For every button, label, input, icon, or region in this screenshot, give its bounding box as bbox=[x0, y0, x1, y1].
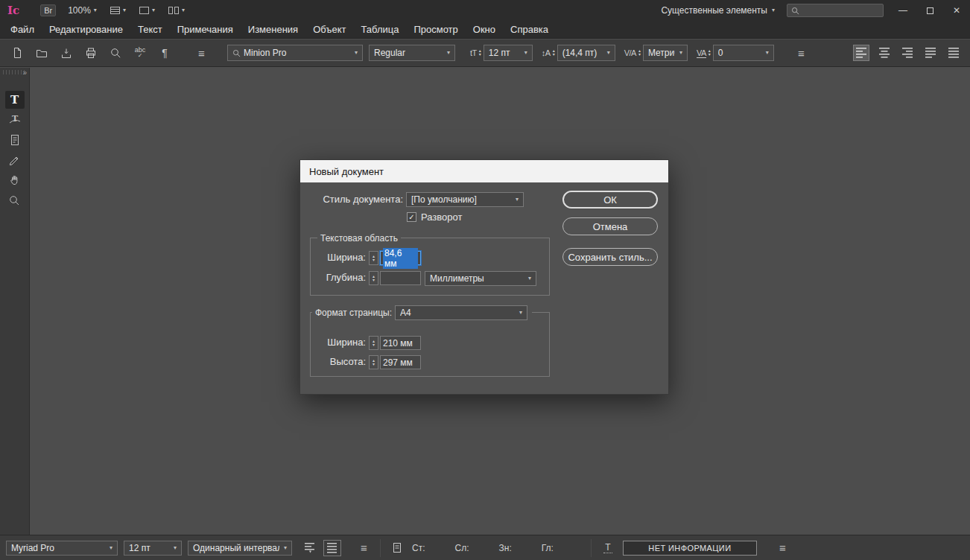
chevron-down-icon: ▾ bbox=[110, 545, 112, 551]
status-size-dropdown[interactable]: 12 пт ▾ bbox=[124, 541, 182, 556]
menu-notes[interactable]: Примечания bbox=[170, 21, 241, 39]
search-box[interactable] bbox=[787, 4, 884, 17]
line-spacing-dropdown[interactable]: Одинарный интервал ▾ bbox=[188, 541, 292, 556]
justify-last-left-button[interactable] bbox=[922, 45, 939, 61]
menu-file[interactable]: Файл bbox=[3, 21, 42, 39]
save-style-button[interactable]: Сохранить стиль... bbox=[562, 248, 658, 266]
ok-button[interactable]: ОК bbox=[562, 191, 658, 209]
new-document-button[interactable] bbox=[8, 44, 26, 62]
cancel-button[interactable]: Отмена bbox=[562, 217, 658, 235]
hand-tool[interactable] bbox=[5, 171, 25, 189]
restore-icon bbox=[927, 7, 933, 14]
align-right-button[interactable] bbox=[899, 45, 916, 61]
width-stepper[interactable]: ▴▾ bbox=[369, 251, 378, 265]
depth-stepper[interactable]: ▴▾ bbox=[369, 271, 378, 285]
menu-edit[interactable]: Редактирование bbox=[42, 21, 130, 39]
minimize-button[interactable]: — bbox=[897, 4, 909, 16]
align-away-from-grid-button[interactable] bbox=[301, 540, 319, 556]
chevron-down-icon: ▾ bbox=[94, 7, 97, 13]
type-on-path-tool[interactable]: T bbox=[5, 111, 25, 129]
words-stat: Сл: bbox=[455, 543, 489, 553]
leading-dropdown[interactable]: (14,4 пт) ▾ bbox=[557, 45, 615, 61]
menu-view[interactable]: Просмотр bbox=[406, 21, 465, 39]
chevron-down-icon: ▾ bbox=[528, 276, 531, 281]
font-size-dropdown[interactable]: 12 пт ▾ bbox=[484, 45, 533, 61]
control-bar-menu-button[interactable]: ≡ bbox=[792, 44, 810, 62]
new-document-icon bbox=[10, 46, 24, 60]
page-height-stepper[interactable]: ▴▾ bbox=[369, 355, 378, 369]
font-style-dropdown[interactable]: Regular ▾ bbox=[369, 45, 455, 61]
kerning-stepper[interactable]: ▴▾ bbox=[638, 49, 641, 57]
screen-mode-dropdown[interactable]: ▾ bbox=[139, 7, 155, 14]
page-info-icon bbox=[388, 540, 406, 556]
tracking-dropdown[interactable]: 0 ▾ bbox=[713, 45, 774, 61]
text-area-group: Текстовая область Ширина: ▴▾ 84,6 мм Глу… bbox=[310, 238, 550, 296]
page-height-input[interactable]: 297 мм bbox=[380, 355, 421, 369]
font-size-stepper[interactable]: ▴▾ bbox=[479, 49, 481, 57]
spread-label: Разворот bbox=[421, 210, 462, 225]
align-left-button[interactable] bbox=[853, 45, 869, 61]
spread-checkbox[interactable]: ✓ bbox=[407, 212, 416, 222]
status-font-dropdown[interactable]: Myriad Pro ▾ bbox=[6, 541, 118, 556]
spellcheck-button[interactable]: abc✓ bbox=[131, 44, 149, 62]
menu-object[interactable]: Объект bbox=[305, 21, 353, 39]
note-tool[interactable] bbox=[5, 131, 25, 149]
close-button[interactable]: ✕ bbox=[951, 4, 963, 16]
characters-stat: Зн: bbox=[499, 543, 531, 553]
page-format-dropdown[interactable]: A4 ▾ bbox=[395, 305, 527, 320]
tools-panel: » T T bbox=[0, 68, 30, 535]
units-dropdown[interactable]: Миллиметры ▾ bbox=[425, 271, 536, 286]
show-hidden-characters-button[interactable]: ¶ bbox=[156, 44, 174, 62]
depth-input[interactable] bbox=[380, 271, 421, 285]
chevron-down-icon: ▾ bbox=[152, 7, 155, 13]
search-icon bbox=[791, 7, 799, 15]
hamburger-icon: ≡ bbox=[361, 541, 367, 554]
dialog-title[interactable]: Новый документ bbox=[300, 160, 668, 182]
expand-panels-button[interactable]: » bbox=[22, 69, 27, 77]
page-format-label: Формат страницы: bbox=[315, 307, 392, 319]
hamburger-icon: ≡ bbox=[779, 541, 785, 554]
workspace-switcher[interactable]: Существенные элементы▾ bbox=[661, 5, 775, 16]
kerning-dropdown[interactable]: Метрич. ▾ bbox=[643, 45, 688, 61]
menu-changes[interactable]: Изменения bbox=[241, 21, 305, 39]
view-options-dropdown[interactable]: ▾ bbox=[110, 7, 126, 14]
align-to-grid-button[interactable] bbox=[323, 540, 341, 556]
chevron-down-icon: ▾ bbox=[524, 50, 527, 56]
save-button[interactable] bbox=[57, 44, 75, 62]
zoom-tool-button[interactable] bbox=[107, 44, 124, 62]
zoom-tool[interactable] bbox=[5, 191, 25, 209]
copyfit-menu-button[interactable]: ≡ bbox=[773, 540, 791, 556]
print-icon bbox=[84, 47, 98, 60]
pencil-tool[interactable] bbox=[5, 151, 25, 169]
leading-stepper[interactable]: ▴▾ bbox=[553, 49, 555, 57]
chevron-down-icon: ▾ bbox=[355, 50, 358, 56]
type-tool[interactable]: T bbox=[5, 91, 25, 109]
search-input[interactable] bbox=[802, 6, 879, 15]
tracking-stepper[interactable]: ▴▾ bbox=[709, 49, 711, 57]
menu-help[interactable]: Справка bbox=[503, 21, 556, 39]
open-button[interactable] bbox=[33, 44, 51, 62]
page-width-label: Ширина: bbox=[312, 335, 366, 350]
align-center-button[interactable] bbox=[876, 45, 893, 61]
page-width-input[interactable]: 210 мм bbox=[380, 336, 421, 350]
width-input[interactable]: 84,6 мм bbox=[380, 251, 421, 265]
arrange-documents-dropdown[interactable]: ▾ bbox=[168, 7, 185, 14]
panel-menu-button[interactable]: ≡ bbox=[192, 44, 210, 62]
bridge-button[interactable]: Br bbox=[40, 4, 56, 16]
type-tool-icon: T bbox=[10, 93, 19, 106]
text-area-legend: Текстовая область bbox=[317, 232, 401, 244]
chevron-down-icon: ▾ bbox=[123, 7, 126, 13]
restore-button[interactable] bbox=[924, 4, 936, 16]
font-family-dropdown[interactable]: Minion Pro ▾ bbox=[227, 45, 363, 61]
chevron-down-icon: ▾ bbox=[766, 50, 769, 56]
print-button[interactable] bbox=[82, 44, 100, 62]
page-width-stepper[interactable]: ▴▾ bbox=[369, 336, 378, 350]
document-style-dropdown[interactable]: [По умолчанию] ▾ bbox=[406, 192, 524, 207]
zoom-level-dropdown[interactable]: 100%▾ bbox=[68, 5, 97, 16]
justify-all-button[interactable] bbox=[945, 45, 962, 61]
copyfit-info[interactable]: НЕТ ИНФОРМАЦИИ bbox=[623, 541, 757, 556]
menu-table[interactable]: Таблица bbox=[353, 21, 406, 39]
menu-text[interactable]: Текст bbox=[130, 21, 170, 39]
statusbar-menu-button[interactable]: ≡ bbox=[355, 540, 373, 556]
menu-window[interactable]: Окно bbox=[466, 21, 503, 39]
